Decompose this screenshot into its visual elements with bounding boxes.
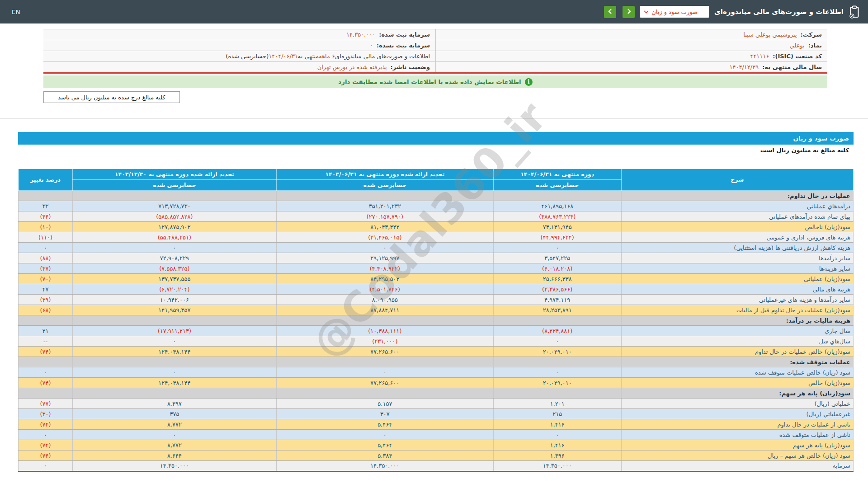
value-cell-current: ۴,۹۷۴,۱۱۹	[493, 295, 621, 305]
pct-change-cell: (۷۴)	[19, 347, 73, 357]
income-statement-table: شرح دوره منتهی به ۱۴۰۴/۰۶/۳۱ تجدید ارائه…	[18, 169, 854, 472]
value-cell-current: (۳۸۸,۷۶۳,۲۲۳)	[493, 211, 621, 222]
value-cell-current: ۲۰,۰۲۹,۰۱۰	[493, 347, 621, 357]
statement-subtitle: کلیه مبالغ به میلیون ریال است	[18, 145, 854, 155]
table-row: سود(زیان) ناخالص۷۳,۱۳۱,۹۴۵۸۱,۰۴۳,۴۴۲۱۲۷,…	[19, 222, 854, 232]
value-cell-prior12: ۱۲۴,۰۴۸,۱۴۴	[73, 378, 277, 388]
value-cell-prior6: ۸۷,۸۸۴,۷۱۱	[276, 305, 493, 315]
info-value: پتروشیمي بوعلي سینا	[743, 31, 797, 38]
value-cell-prior12: ۰	[73, 367, 277, 378]
previous-statement-button[interactable]	[604, 6, 616, 18]
table-row: درآمدهاي عملیاتي۴۶۱,۸۹۵,۱۶۸۳۵۱,۲۰۱,۲۳۲۷۱…	[19, 201, 854, 211]
pct-change-cell: (۷۴)	[19, 378, 73, 388]
value-cell-prior12: ۱۳۷,۷۳۷,۵۵۵	[73, 274, 277, 284]
value-cell-current: ۰	[493, 430, 621, 440]
row-label-cell: سود(زیان) پایه هر سهم	[621, 440, 853, 450]
pct-change-cell: ۴۷	[19, 284, 73, 295]
report-type-dropdown-value: صورت سود و زیان	[651, 9, 698, 15]
value-cell-current: ۲۱۵	[493, 409, 621, 419]
header-current-period: دوره منتهی به ۱۴۰۴/۰۶/۳۱	[493, 169, 621, 180]
row-label-cell: ناشي از عملیات متوقف شده	[621, 430, 853, 440]
value-cell-current	[493, 388, 621, 399]
row-label-cell: سود(زیان) عملیاتی	[621, 274, 853, 284]
info-value: ۴۴۱۱۱۶	[750, 53, 769, 60]
row-label-cell: سایر درآمدها و هزینه های غیرعملیاتی	[621, 295, 853, 305]
info-value: پذیرفته شده در بورس تهران	[317, 64, 387, 70]
pct-change-cell: (۳۰)	[19, 409, 73, 419]
value-cell-prior6: (۲۳۱,۰۰۰)	[276, 336, 493, 347]
value-cell-current: ۲۰,۰۲۹,۰۱۰	[493, 378, 621, 388]
row-label-cell: هزینه های فروش، اداری و عمومی	[621, 232, 853, 243]
row-label-cell: ناشي از عملیات در حال تداوم	[621, 419, 853, 430]
table-row: سود(زیان) عملیات در حال تداوم قبل از مال…	[19, 305, 854, 315]
pct-change-cell: ۰	[19, 430, 73, 440]
english-language-link[interactable]: EN	[12, 9, 20, 15]
info-cell-right-1: نماد:بوعلي	[435, 40, 827, 51]
info-cell-left-1: سرمایه ثبت نشده:۰	[43, 40, 435, 51]
header-prior6-period: تجدید ارائه شده دوره منتهی به ۱۴۰۳/۰۶/۳۱	[276, 169, 493, 180]
section-row: سود(زیان) پایه هر سهم:	[19, 388, 854, 399]
income-statement-section: صورت سود و زیان کلیه مبالغ به میلیون ریا…	[18, 132, 854, 472]
info-value: ۰	[370, 42, 373, 49]
value-cell-prior6: ۵,۱۵۷	[276, 399, 493, 409]
value-cell-prior12: (۱۷,۹۱۱,۲۱۳)	[73, 326, 277, 336]
row-label-cell: عملیاتي (ریال)	[621, 399, 853, 409]
next-statement-button[interactable]	[623, 6, 635, 18]
topbar: اطلاعات و صورت‌های مالی میاندوره‌ای صورت…	[0, 0, 868, 23]
value-cell-current: ۲۵,۶۶۶,۳۳۸	[493, 274, 621, 284]
value-cell-prior12: (۵۵,۴۸۸,۲۵۱)	[73, 232, 277, 243]
value-cell-current: ۱,۴۱۶	[493, 440, 621, 450]
value-cell-prior12: ۱۴۱,۹۵۹,۳۵۷	[73, 305, 277, 315]
value-cell-prior6: ۸۴,۲۹۵,۵۰۲	[276, 274, 493, 284]
value-cell-current: ۷۳,۱۳۱,۹۴۵	[493, 222, 621, 232]
signed-info-banner: i اطلاعات نمایش داده شده با اطلاعات امضا…	[43, 75, 827, 88]
value-cell-prior6	[276, 191, 493, 201]
pct-change-cell: ۰	[19, 367, 73, 378]
table-row: سود(زیان) خالص۲۰,۰۲۹,۰۱۰۷۷,۲۶۵,۶۰۰۱۲۴,۰۴…	[19, 378, 854, 388]
table-row: سود (زیان) خالص عملیات متوقف شده۰۰۰۰	[19, 367, 854, 378]
pct-change-cell: ۳۲	[19, 201, 73, 211]
info-cell-left-3: وضعیت ناشر:پذیرفته شده در بورس تهران	[43, 61, 435, 72]
value-cell-prior6: (۱۰,۳۸۸,۱۱۱)	[276, 326, 493, 336]
pct-change-cell: (۷۷)	[19, 399, 73, 409]
info-segment: منتهی به	[298, 53, 319, 60]
value-cell-prior12: (۵۸۵,۸۵۲,۸۲۸)	[73, 211, 277, 222]
value-cell-current: ۰	[493, 336, 621, 347]
table-row: عملیاتي (ریال)۱,۲۰۱۵,۱۵۷۸,۳۹۷(۷۷)	[19, 399, 854, 409]
row-label-cell: سود(زیان) خالص	[621, 378, 853, 388]
pct-change-cell: (۸۸)	[19, 253, 73, 263]
value-cell-current: ۲۸,۲۵۳,۸۹۱	[493, 305, 621, 315]
info-label: سال مالی منتهی به:	[762, 64, 822, 70]
value-cell-current: (۸,۲۲۴,۸۸۱)	[493, 326, 621, 336]
table-row: هزینه کاهش ارزش دریافتني ها (هزینه استثن…	[19, 243, 854, 253]
header-audited-3: حسابرسی شده	[73, 180, 277, 191]
value-cell-prior12: ۰	[73, 336, 277, 347]
info-value: ۱۴,۳۵۰,۰۰۰	[346, 31, 375, 38]
value-cell-prior12	[73, 388, 277, 399]
table-row: غیرعملیاتي (ریال)۲۱۵۳۰۷۳۷۵(۳۰)	[19, 409, 854, 419]
value-cell-prior12: ۸,۷۷۲	[73, 440, 277, 450]
info-cell-left-2: اطلاعات و صورت‌های مالی میاندوره‌ای ۶ ما…	[43, 51, 435, 61]
value-cell-prior6: ۰	[276, 367, 493, 378]
value-cell-current	[493, 315, 621, 326]
value-cell-current: ۱,۴۱۶	[493, 419, 621, 430]
value-cell-prior12: ۱۰,۹۴۲,۰۰۶	[73, 295, 277, 305]
value-cell-current: ۱,۳۹۶	[493, 450, 621, 461]
value-cell-prior6: ۸,۰۹۰,۹۵۵	[276, 295, 493, 305]
report-type-dropdown[interactable]: صورت سود و زیان	[640, 6, 709, 18]
row-label-cell: غیرعملیاتي (ریال)	[621, 409, 853, 419]
value-cell-prior6: ۷۷,۲۶۵,۶۰۰	[276, 347, 493, 357]
row-label-cell: سود(زیان) ناخالص	[621, 222, 853, 232]
value-cell-prior6: ۸۱,۰۴۳,۴۴۲	[276, 222, 493, 232]
pct-change-cell	[19, 388, 73, 399]
row-label-cell: هزینه های مالی	[621, 284, 853, 295]
table-row: سایر درآمدها۳,۵۴۷,۲۲۵۲۹,۱۲۵,۹۹۷۷۲,۹۰۸,۲۲…	[19, 253, 854, 263]
row-label-cell: سود(زیان) پایه هر سهم:	[621, 388, 853, 399]
pct-change-cell: (۱۰)	[19, 222, 73, 232]
value-cell-prior6: ۵,۳۸۴	[276, 450, 493, 461]
pct-change-cell: (۷۴)	[19, 419, 73, 430]
value-cell-prior6: (۲۷۰,۱۵۷,۷۹۰)	[276, 211, 493, 222]
info-value: ۱۴۰۴/۱۲/۲۹	[730, 64, 759, 70]
signed-info-text: اطلاعات نمایش داده شده با اطلاعات امضا ش…	[338, 78, 521, 85]
value-cell-current	[493, 357, 621, 367]
